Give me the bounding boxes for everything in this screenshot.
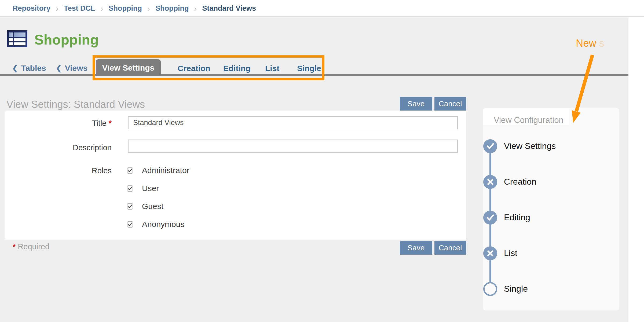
step-label-view-settings: View Settings [504,141,556,151]
breadcrumb-separator-icon: › [56,4,58,13]
checkbox-label: User [142,184,159,193]
chevron-left-icon: ❮ [12,64,18,72]
breadcrumb-item-shopping[interactable]: Shopping [109,4,142,13]
view-configuration-panel [483,108,619,310]
step-check-icon [486,143,494,150]
back-link-label: Tables [21,64,46,73]
annotation-highlight-rectangle [93,55,324,80]
section-heading: View Settings: Standard Views [6,99,145,110]
breadcrumb-separator-icon: › [147,4,150,13]
role-option-anonymous: Anonymous [127,220,184,229]
step-x-icon [487,178,494,185]
annotation-new-label: New s [576,38,604,49]
view-configuration-title: View Configuration [494,115,564,125]
description-label-text: Description [73,143,112,152]
page-title: Shopping [34,32,99,48]
check-icon [128,186,132,191]
cancel-button[interactable]: Cancel [434,97,466,111]
checkbox-anonymous[interactable] [127,221,133,228]
checkbox-administrator[interactable] [127,167,133,174]
step-check-icon [486,214,494,221]
required-note: * Required [13,242,49,251]
step-circle-list[interactable] [483,246,497,260]
checkbox-user[interactable] [127,185,133,192]
checkbox-label: Anonymous [142,220,184,229]
description-field-label: Description [0,143,112,152]
checkbox-label: Administrator [142,166,189,175]
breadcrumb-item-repository[interactable]: Repository [13,4,50,13]
roles-field-label: Roles [0,166,112,175]
breadcrumb-item-shopping-view[interactable]: Shopping [155,4,189,13]
breadcrumb-separator-icon: › [101,4,103,13]
roles-label-text: Roles [92,166,112,175]
top-bar: Repository › Test DCL › Shopping › Shopp… [0,0,644,17]
required-asterisk: * [13,242,16,251]
step-label-creation: Creation [504,177,536,187]
description-input[interactable] [128,140,458,153]
role-option-guest: Guest [127,202,163,211]
role-option-administrator: Administrator [127,166,189,175]
required-note-text: Required [18,242,49,251]
breadcrumb: Repository › Test DCL › Shopping › Shopp… [13,0,256,17]
title-field-label: Title * [0,119,112,128]
annotation-new-text: New [576,38,596,49]
breadcrumb-item-standard-views: Standard Views [202,4,256,13]
save-button[interactable]: Save [400,241,432,255]
step-x-icon [487,250,494,257]
breadcrumb-item-test-dcl[interactable]: Test DCL [64,4,95,13]
step-circle-view-settings[interactable] [483,139,497,153]
checkbox-guest[interactable] [127,203,133,210]
step-label-single: Single [504,284,528,294]
step-circle-editing[interactable] [483,211,497,225]
title-label-text: Title [92,119,107,127]
breadcrumb-separator-icon: › [194,4,197,13]
required-asterisk: * [109,119,112,127]
check-icon [128,222,132,226]
save-button[interactable]: Save [400,97,432,111]
back-link-views[interactable]: ❮ Views [56,64,87,73]
back-link-label: Views [65,64,88,73]
checkbox-label: Guest [142,202,163,211]
role-option-user: User [127,184,159,193]
cancel-button[interactable]: Cancel [434,241,466,255]
step-label-list: List [504,248,517,258]
annotation-faint-text: s [599,38,604,49]
title-input[interactable] [128,116,458,129]
table-icon [7,30,27,47]
step-circle-creation[interactable] [483,175,497,189]
check-icon [128,169,132,173]
back-link-tables[interactable]: ❮ Tables [12,64,46,73]
step-circle-single[interactable] [483,282,497,296]
annotation-arrow-icon [564,51,617,129]
step-label-editing: Editing [504,213,530,222]
check-icon [128,204,132,208]
chevron-left-icon: ❮ [56,64,62,72]
